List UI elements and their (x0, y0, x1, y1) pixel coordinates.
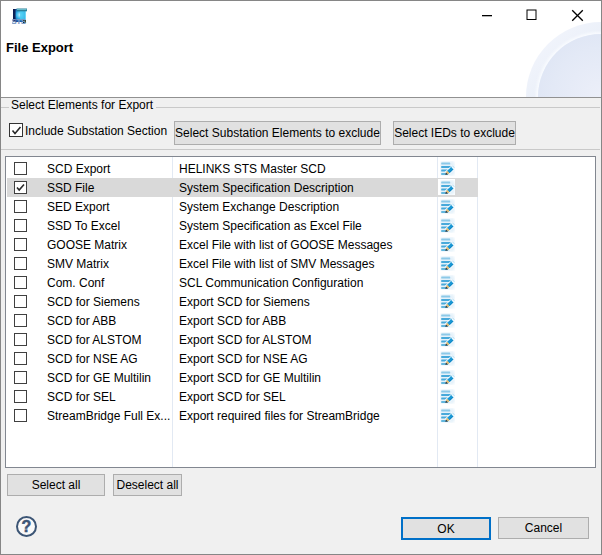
svg-text:STS: STS (12, 17, 26, 25)
